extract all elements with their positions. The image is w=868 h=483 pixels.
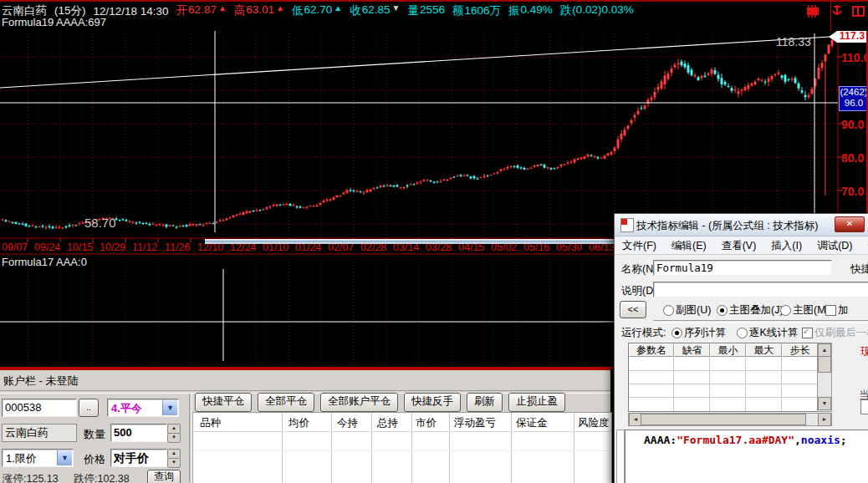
- browse-button[interactable]: ..: [79, 399, 99, 417]
- price-type-combo[interactable]: 1.限价 ▼: [2, 449, 74, 467]
- amount-field: 额1606万: [452, 3, 501, 18]
- col-header: 风险度: [578, 416, 610, 430]
- close-all-accounts-button[interactable]: 全部账户平仓: [320, 393, 398, 412]
- app-window: 09/0709/2410/1510/2911/1211/2612/1012/24…: [0, 0, 868, 483]
- open-field: 开62.87▲: [176, 3, 227, 18]
- param-col-header[interactable]: 缺省: [674, 343, 710, 357]
- scroll-right-icon: ►: [818, 413, 831, 426]
- crosshair-price-readout: (2462) 96.0: [839, 86, 868, 111]
- chart-high-label: 118.33: [776, 35, 811, 48]
- param-table-vscrollbar[interactable]: ▲ ▼: [817, 343, 832, 412]
- param-col-header[interactable]: 最小: [710, 343, 746, 357]
- radio-overlay-main[interactable]: [717, 305, 728, 316]
- up-arrow-icon: ▲: [218, 3, 227, 18]
- price-input[interactable]: [110, 449, 167, 467]
- param-table: 参数名 缺省 最小 最大 步长: [628, 343, 819, 412]
- main-indicator-label: Formula19 AAAA:697: [2, 16, 106, 28]
- latest-price-tag: 117.3: [837, 30, 867, 43]
- dialog-title: 技术指标编辑 - (所属公式组 : 技术指标): [636, 219, 818, 233]
- group-divider: [653, 320, 868, 323]
- formula-editor[interactable]: AAAA:"Formula17.aa#DAY",noaxis;: [625, 430, 868, 483]
- radio-subchart[interactable]: [663, 305, 674, 316]
- window-icon[interactable]: [852, 6, 865, 17]
- radio-sequential[interactable]: [671, 328, 682, 338]
- close-all-button[interactable]: 全部平仓: [258, 393, 314, 412]
- date-label: 10/15: [67, 242, 93, 253]
- shortcut-label: 快捷码: [850, 262, 868, 277]
- date-label: 11/12: [132, 242, 157, 253]
- y-axis-label: 80.0: [841, 151, 864, 165]
- menu-debug[interactable]: 调试(D): [809, 236, 860, 254]
- quantity-stepper[interactable]: ▲ ▼: [167, 424, 179, 442]
- trade-panel: 账户栏 - 未登陆 .. 4.平今 ▼ 云南白药 数量 ▲ ▼ 1.限价 ▼ 价…: [0, 369, 610, 483]
- quick-reverse-button[interactable]: 快捷反手: [404, 393, 461, 412]
- candlestick-series: [2, 33, 837, 230]
- trendline[interactable]: [0, 37, 830, 88]
- param-table-hscrollbar[interactable]: ◄ ►: [628, 413, 832, 426]
- anchor-icon[interactable]: [831, 4, 843, 18]
- up-arrow-icon: ▲: [276, 3, 284, 18]
- chevron-down-icon[interactable]: ▼: [57, 450, 72, 465]
- col-header: 市价: [416, 416, 437, 430]
- date-label: 09/07: [2, 242, 28, 253]
- close-field: 收62.85▼: [350, 3, 400, 18]
- param-col-header[interactable]: 最大: [746, 343, 782, 357]
- offset-type-combo[interactable]: 4.平今 ▼: [107, 399, 179, 417]
- low-field: 低62.70▲: [292, 3, 342, 18]
- menu-help[interactable]: 帮助(H): [860, 236, 868, 254]
- quantity-label: 数量: [84, 427, 105, 442]
- scroll-up-icon: ▲: [818, 343, 831, 357]
- col-header: 浮动盈亏: [454, 416, 496, 430]
- formula-code: AAAA:"Formula17.aa#DAY",noaxis;: [644, 434, 847, 446]
- col-header: 总持: [377, 416, 398, 430]
- refresh-button[interactable]: 刷新: [467, 393, 503, 412]
- y-axis-label: 110.0: [841, 51, 868, 64]
- scroll-thumb: [818, 356, 831, 373]
- radio-per-bar[interactable]: [737, 328, 748, 338]
- dialog-titlebar[interactable]: 技术指标编辑 - (所属公式组 : 技术指标) ✕: [615, 214, 868, 236]
- y-axis-label: 70.0: [841, 185, 864, 198]
- param-col-header[interactable]: 参数名: [629, 343, 674, 357]
- up-arrow-icon: ▲: [334, 3, 342, 18]
- account-bar-header: 账户栏 - 未登陆: [3, 374, 79, 389]
- menu-file[interactable]: 文件(F): [615, 236, 664, 254]
- scroll-down-icon: ▼: [818, 397, 831, 410]
- formula-icon: [620, 218, 634, 232]
- side-input-fragment[interactable]: [860, 399, 868, 414]
- stop-loss-button[interactable]: 止损止盈: [508, 393, 565, 412]
- col-header: 保证金: [516, 416, 548, 430]
- last-bar-checkbox[interactable]: [802, 328, 813, 338]
- collapse-button[interactable]: <<: [620, 301, 646, 318]
- col-header: 均价: [288, 416, 309, 430]
- indicator-editor-dialog: 技术指标编辑 - (所属公式组 : 技术指标) ✕ 文件(F) 编辑(E) 查看…: [614, 213, 868, 483]
- quick-close-button[interactable]: 快捷平仓: [195, 393, 252, 412]
- menu-insert[interactable]: 插入(I): [763, 236, 809, 254]
- extra-checkbox[interactable]: [825, 305, 836, 316]
- titlebar: 云南白药 (15分) 12/12/18 14:30 开62.87▲ 高63.01…: [0, 0, 868, 31]
- close-button[interactable]: ✕: [835, 216, 865, 232]
- chevron-down-icon[interactable]: ▼: [162, 400, 177, 415]
- radio-mainchart[interactable]: [780, 305, 791, 316]
- side-text-fragment: 现: [860, 344, 868, 359]
- query-button[interactable]: 查询: [147, 470, 181, 483]
- quantity-input[interactable]: [110, 424, 167, 442]
- editor-gutter: [616, 430, 625, 483]
- positions-table: 品种 均价 今持 总持 市价 浮动盈亏 保证金 风险度: [192, 412, 612, 483]
- col-header: 品种: [200, 416, 221, 430]
- stock-code-input[interactable]: [2, 399, 77, 417]
- menu-edit[interactable]: 编辑(E): [664, 236, 714, 254]
- description-input[interactable]: [653, 282, 868, 297]
- menu-view[interactable]: 查看(V): [714, 236, 764, 254]
- pane2-indicator-label: Formula17 AAA:0: [2, 256, 87, 268]
- y-axis-label: 90.0: [841, 118, 864, 131]
- change-field: 跌(0.02)0.03%: [560, 3, 634, 18]
- chip-icon[interactable]: [804, 5, 822, 18]
- step-down-icon: ▼: [167, 433, 181, 443]
- name-input[interactable]: [653, 260, 832, 276]
- param-col-header[interactable]: 步长: [782, 343, 818, 357]
- price-stepper[interactable]: ▲ ▼: [167, 449, 179, 467]
- step-down-icon: ▼: [167, 458, 181, 468]
- price-tag-pointer: [829, 31, 837, 43]
- price-label: 价格: [84, 452, 105, 467]
- stock-name-field: 云南白药: [2, 424, 77, 442]
